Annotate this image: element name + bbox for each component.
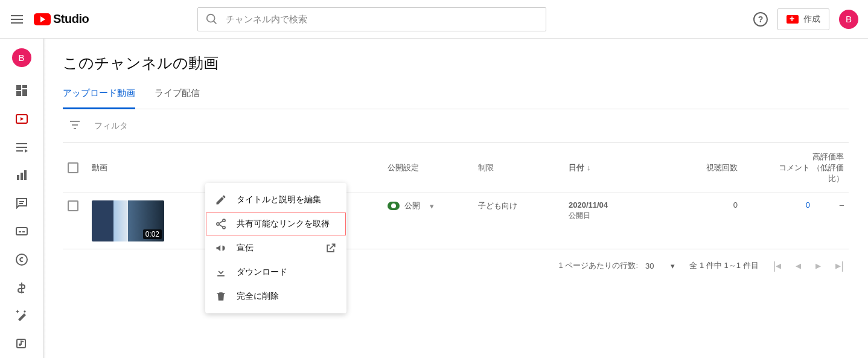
visibility-public-icon (388, 202, 400, 210)
per-page-select[interactable]: 30 ▾ (645, 261, 675, 270)
chevron-down-icon: ▾ (671, 261, 675, 270)
search-box[interactable] (197, 7, 546, 31)
video-duration: 0:02 (143, 229, 162, 239)
nav-audio-library[interactable] (0, 330, 43, 358)
per-page-value: 30 (645, 261, 654, 270)
svg-line-29 (219, 221, 223, 223)
column-likes[interactable]: 高評価率（低評価比） (810, 152, 844, 184)
channel-avatar[interactable]: B (12, 48, 31, 67)
menu-label: 完全に削除 (237, 291, 279, 302)
restriction-value: 子ども向け (478, 200, 569, 211)
svg-rect-2 (16, 85, 21, 90)
main-content: このチャンネルの動画 アップロード動画 ライブ配信 フィルタ 動画 公開設定 制… (43, 39, 868, 358)
svg-line-30 (219, 225, 223, 227)
menu-edit-title[interactable]: タイトルと説明を編集 (205, 188, 346, 212)
svg-rect-14 (24, 170, 27, 180)
tabs: アップロード動画 ライブ配信 (63, 88, 849, 109)
help-button[interactable]: ? (753, 12, 768, 27)
external-link-icon (325, 242, 337, 254)
svg-marker-11 (25, 149, 28, 153)
svg-marker-7 (21, 117, 24, 121)
delete-icon (215, 290, 227, 302)
next-page-button[interactable]: ▸ (815, 259, 821, 272)
likes-value: – (810, 200, 844, 209)
sidebar: B (0, 39, 43, 358)
comments-link[interactable]: 0 (806, 200, 810, 209)
column-comments[interactable]: コメント (738, 162, 810, 173)
nav-customization[interactable] (0, 302, 43, 330)
search-input[interactable] (226, 14, 538, 24)
nav-playlists[interactable] (0, 133, 43, 161)
nav-copyright[interactable] (0, 246, 43, 274)
svg-rect-4 (22, 89, 27, 96)
views-value: 0 (665, 200, 738, 209)
column-visibility[interactable]: 公開設定 (388, 162, 478, 173)
edit-icon (215, 194, 227, 206)
select-all-checkbox[interactable] (68, 162, 78, 173)
share-icon (215, 218, 227, 230)
column-restrictions[interactable]: 制限 (478, 162, 569, 173)
svg-rect-17 (16, 228, 27, 235)
create-button[interactable]: 作成 (777, 8, 829, 30)
svg-point-0 (207, 14, 215, 22)
hamburger-menu-button[interactable] (10, 12, 24, 27)
tab-uploads[interactable]: アップロード動画 (63, 88, 135, 109)
date-value: 2020/11/04 (569, 200, 665, 209)
nav-subtitles[interactable] (0, 217, 43, 246)
menu-get-shareable-link[interactable]: 共有可能なリンクを取得 (205, 212, 346, 236)
create-camera-icon (787, 15, 799, 24)
menu-delete-forever[interactable]: 完全に削除 (205, 284, 346, 308)
svg-point-20 (16, 254, 27, 265)
video-thumbnail[interactable]: 0:02 (92, 200, 164, 241)
table-row[interactable]: 0:02 公開 ▾ 子ども向け 2020/11/04 公開日 0 0 – (63, 193, 849, 249)
chevron-down-icon: ▾ (430, 202, 434, 211)
visibility-label: 公開 (404, 200, 420, 211)
last-page-button[interactable]: ▸| (835, 259, 844, 272)
megaphone-icon (215, 242, 227, 254)
per-page-label: 1 ページあたりの行数: (559, 260, 638, 271)
filter-icon (68, 118, 82, 134)
page-title: このチャンネルの動画 (63, 53, 849, 73)
menu-label: 宣伝 (237, 243, 254, 254)
menu-download[interactable]: ダウンロード (205, 260, 346, 284)
nav-monetization[interactable] (0, 273, 43, 302)
first-page-button[interactable]: |◂ (773, 259, 782, 272)
nav-content[interactable] (0, 105, 43, 133)
create-label: 作成 (803, 14, 820, 25)
nav-comments[interactable] (0, 189, 43, 217)
menu-label: 共有可能なリンクを取得 (237, 219, 330, 229)
download-icon (215, 266, 227, 278)
search-icon (205, 13, 219, 26)
menu-label: タイトルと説明を編集 (237, 194, 321, 205)
column-date[interactable]: 日付↓ (569, 162, 665, 173)
svg-rect-3 (22, 85, 27, 88)
column-video[interactable]: 動画 (92, 162, 388, 173)
visibility-selector[interactable]: 公開 ▾ (388, 200, 478, 211)
svg-line-1 (214, 21, 217, 24)
sort-down-icon: ↓ (587, 163, 591, 172)
header: Studio ? 作成 B (0, 0, 868, 39)
svg-rect-12 (17, 175, 19, 180)
logo-text: Studio (53, 12, 89, 26)
pagination: 1 ページあたりの行数: 30 ▾ 全 1 件中 1～1 件目 |◂ ◂ ▸ ▸… (63, 249, 849, 282)
prev-page-button[interactable]: ◂ (796, 259, 801, 272)
page-range: 全 1 件中 1～1 件目 (689, 260, 758, 271)
date-sublabel: 公開日 (569, 211, 665, 221)
context-menu: タイトルと説明を編集 共有可能なリンクを取得 宣伝 ダウンロード 完全に削除 (205, 183, 346, 313)
menu-promote[interactable]: 宣伝 (205, 236, 346, 260)
filter-label: フィルタ (94, 121, 128, 132)
filter-bar[interactable]: フィルタ (63, 109, 849, 143)
table-header: 動画 公開設定 制限 日付↓ 視聴回数 コメント 高評価率（低評価比） (63, 143, 849, 193)
account-avatar[interactable]: B (839, 10, 858, 29)
menu-label: ダウンロード (237, 267, 287, 278)
row-checkbox[interactable] (68, 200, 78, 211)
studio-logo[interactable]: Studio (34, 12, 89, 26)
nav-analytics[interactable] (0, 161, 43, 190)
svg-rect-5 (16, 91, 21, 96)
youtube-play-icon (34, 13, 51, 25)
nav-dashboard[interactable] (0, 77, 43, 105)
column-views[interactable]: 視聴回数 (665, 162, 738, 173)
tab-live[interactable]: ライブ配信 (155, 88, 200, 109)
svg-rect-13 (21, 173, 23, 180)
